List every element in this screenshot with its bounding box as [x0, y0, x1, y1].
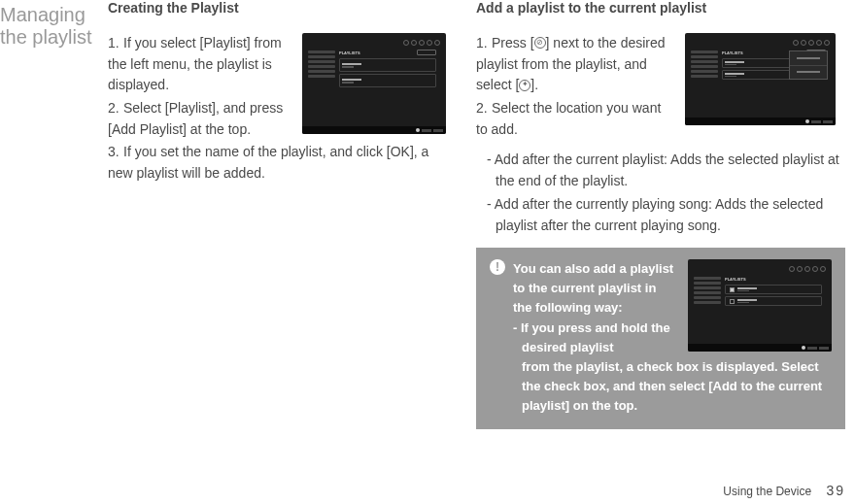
list-item: 3.If you set the name of the playlist, a…	[108, 142, 453, 184]
list-text: If you select [Playlist] from the left m…	[108, 35, 282, 92]
list-item: 1.Press [⊘] next to the desired playlist…	[476, 33, 675, 96]
list-text: Select [Playlist], and press [Add Playli…	[108, 100, 283, 137]
page-footer: Using the Device 39	[723, 483, 845, 498]
heading-creating: Creating the Playlist	[108, 0, 453, 16]
info-lead: You can also add a playlist to the curre…	[513, 259, 678, 318]
list-number: 3.	[108, 142, 123, 163]
thumb-title: PLAYLISTS	[722, 50, 743, 55]
info-callout: ! You can also add a playlist to the cur…	[476, 248, 845, 429]
add-circle-icon: ✦	[519, 80, 530, 91]
dash-item: - Add after the current playlist: Adds t…	[476, 150, 845, 191]
list-number: 1.	[476, 33, 492, 54]
thumb-title: PLAYLISTS	[339, 50, 360, 55]
info-dash-start: - If you press and hold the desired play…	[513, 319, 678, 357]
list-text-part: Press [	[492, 35, 534, 50]
dash-text: - Add after the currently playing song: …	[487, 196, 823, 233]
list-item: 2.Select the location you want to add.	[476, 98, 675, 140]
screenshot-thumbnail: PLAYLISTS	[685, 33, 836, 125]
dash-text: - Add after the current playlist: Adds t…	[487, 151, 839, 188]
thumb-popup-menu	[789, 50, 828, 80]
column-creating-playlist: Creating the Playlist 1.If you select [P…	[108, 0, 453, 429]
dash-item: - Add after the currently playing song: …	[476, 194, 845, 236]
footer-label: Using the Device	[723, 485, 811, 498]
column-add-playlist: Add a playlist to the current playlist 1…	[476, 0, 845, 429]
section-title: Managing the playlist	[0, 0, 108, 429]
heading-add: Add a playlist to the current playlist	[476, 0, 845, 16]
thumb-title: PLAYLISTS	[725, 277, 746, 282]
screenshot-thumbnail: PLAYLISTS	[302, 33, 446, 134]
section-title-line2: the playlist	[0, 26, 92, 48]
list-item: 2.Select [Playlist], and press [Add Play…	[108, 98, 292, 140]
footer-page-number: 39	[826, 483, 845, 498]
info-dash-rest: from the playlist, a check box is displa…	[513, 357, 832, 416]
screenshot-thumbnail: PLAYLISTS	[688, 259, 832, 352]
thumb-checkbox-icon	[730, 287, 735, 292]
list-number: 2.	[476, 98, 492, 119]
thumb-checkbox-icon	[730, 299, 735, 304]
thumb-add-button	[417, 50, 436, 55]
list-item: 1.If you select [Playlist] from the left…	[108, 33, 292, 96]
list-text: Select the location you want to add.	[476, 100, 661, 137]
list-number: 2.	[108, 98, 123, 119]
list-text-part: ].	[530, 77, 538, 92]
section-title-line1: Managing	[0, 4, 86, 25]
list-text: If you set the name of the playlist, and…	[108, 144, 428, 181]
list-number: 1.	[108, 33, 123, 54]
options-circle-icon: ⊘	[534, 37, 546, 49]
